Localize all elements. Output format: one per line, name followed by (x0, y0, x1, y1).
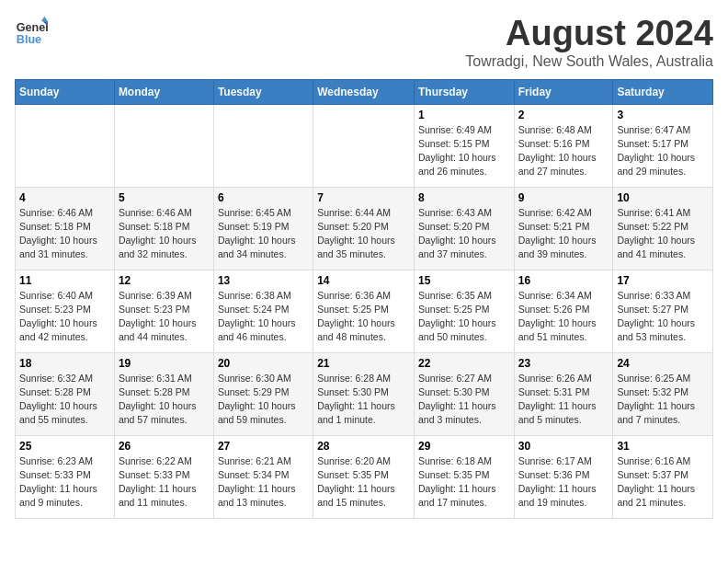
weekday-header-wednesday: Wednesday (313, 79, 415, 104)
day-info: Sunrise: 6:32 AMSunset: 5:28 PMDaylight:… (19, 372, 110, 428)
day-info: Sunrise: 6:38 AMSunset: 5:24 PMDaylight:… (218, 289, 309, 345)
day-info: Sunrise: 6:43 AMSunset: 5:20 PMDaylight:… (418, 206, 510, 262)
day-cell: 19Sunrise: 6:31 AMSunset: 5:28 PMDayligh… (114, 352, 213, 435)
month-year-title: August 2024 (465, 15, 713, 53)
day-cell: 13Sunrise: 6:38 AMSunset: 5:24 PMDayligh… (213, 270, 313, 352)
week-row-2: 4Sunrise: 6:46 AMSunset: 5:18 PMDaylight… (16, 187, 713, 270)
day-cell: 26Sunrise: 6:22 AMSunset: 5:33 PMDayligh… (114, 435, 213, 518)
day-cell: 14Sunrise: 6:36 AMSunset: 5:25 PMDayligh… (313, 270, 415, 352)
day-info: Sunrise: 6:46 AMSunset: 5:18 PMDaylight:… (119, 206, 210, 262)
weekday-header-saturday: Saturday (613, 79, 713, 104)
day-cell: 16Sunrise: 6:34 AMSunset: 5:26 PMDayligh… (514, 270, 613, 352)
day-number: 20 (218, 357, 309, 370)
weekday-header-tuesday: Tuesday (213, 79, 313, 104)
week-row-4: 18Sunrise: 6:32 AMSunset: 5:28 PMDayligh… (16, 352, 713, 435)
day-info: Sunrise: 6:49 AMSunset: 5:15 PMDaylight:… (418, 123, 510, 179)
day-cell (313, 104, 415, 187)
day-cell: 15Sunrise: 6:35 AMSunset: 5:25 PMDayligh… (414, 270, 514, 352)
day-info: Sunrise: 6:48 AMSunset: 5:16 PMDaylight:… (518, 123, 609, 179)
day-info: Sunrise: 6:22 AMSunset: 5:33 PMDaylight:… (119, 454, 210, 511)
day-cell: 4Sunrise: 6:46 AMSunset: 5:18 PMDaylight… (16, 187, 115, 270)
week-row-5: 25Sunrise: 6:23 AMSunset: 5:33 PMDayligh… (16, 435, 713, 518)
day-number: 22 (418, 357, 510, 370)
day-number: 15 (418, 274, 510, 287)
day-cell: 9Sunrise: 6:42 AMSunset: 5:21 PMDaylight… (514, 187, 613, 270)
day-cell: 30Sunrise: 6:17 AMSunset: 5:36 PMDayligh… (514, 435, 613, 518)
svg-marker-2 (41, 17, 48, 21)
day-info: Sunrise: 6:46 AMSunset: 5:18 PMDaylight:… (19, 206, 110, 262)
day-number: 26 (119, 440, 210, 453)
day-info: Sunrise: 6:18 AMSunset: 5:35 PMDaylight:… (418, 454, 510, 511)
day-cell: 18Sunrise: 6:32 AMSunset: 5:28 PMDayligh… (16, 352, 115, 435)
day-cell: 7Sunrise: 6:44 AMSunset: 5:20 PMDaylight… (313, 187, 415, 270)
day-cell: 17Sunrise: 6:33 AMSunset: 5:27 PMDayligh… (613, 270, 713, 352)
day-number: 3 (617, 109, 709, 121)
day-number: 25 (19, 440, 110, 453)
day-cell: 2Sunrise: 6:48 AMSunset: 5:16 PMDaylight… (514, 104, 613, 187)
day-info: Sunrise: 6:30 AMSunset: 5:29 PMDaylight:… (218, 372, 309, 428)
page-header: General Blue August 2024 Towradgi, New S… (15, 15, 713, 70)
day-info: Sunrise: 6:34 AMSunset: 5:26 PMDaylight:… (518, 289, 609, 345)
day-number: 4 (19, 191, 110, 204)
day-cell: 22Sunrise: 6:27 AMSunset: 5:30 PMDayligh… (414, 352, 514, 435)
day-number: 24 (617, 357, 709, 370)
day-cell: 23Sunrise: 6:26 AMSunset: 5:31 PMDayligh… (514, 352, 613, 435)
logo-icon: General Blue (15, 15, 48, 48)
day-number: 30 (518, 440, 609, 453)
day-cell: 8Sunrise: 6:43 AMSunset: 5:20 PMDaylight… (414, 187, 514, 270)
day-cell: 1Sunrise: 6:49 AMSunset: 5:15 PMDaylight… (414, 104, 514, 187)
day-number: 14 (317, 274, 410, 287)
weekday-header-monday: Monday (114, 79, 213, 104)
week-row-1: 1Sunrise: 6:49 AMSunset: 5:15 PMDaylight… (16, 104, 713, 187)
calendar-table: SundayMondayTuesdayWednesdayThursdayFrid… (15, 79, 713, 519)
day-number: 19 (119, 357, 210, 370)
day-cell (114, 104, 213, 187)
day-cell: 31Sunrise: 6:16 AMSunset: 5:37 PMDayligh… (613, 435, 713, 518)
day-number: 23 (518, 357, 609, 370)
day-info: Sunrise: 6:44 AMSunset: 5:20 PMDaylight:… (317, 206, 410, 262)
day-number: 17 (617, 274, 709, 287)
day-number: 7 (317, 191, 410, 204)
day-number: 13 (218, 274, 309, 287)
day-cell: 21Sunrise: 6:28 AMSunset: 5:30 PMDayligh… (313, 352, 415, 435)
day-info: Sunrise: 6:23 AMSunset: 5:33 PMDaylight:… (19, 454, 110, 511)
day-number: 9 (518, 191, 609, 204)
day-number: 16 (518, 274, 609, 287)
location-subtitle: Towradgi, New South Wales, Australia (465, 53, 713, 70)
day-info: Sunrise: 6:16 AMSunset: 5:37 PMDaylight:… (617, 454, 709, 511)
day-number: 31 (617, 440, 709, 453)
day-cell: 25Sunrise: 6:23 AMSunset: 5:33 PMDayligh… (16, 435, 115, 518)
day-info: Sunrise: 6:26 AMSunset: 5:31 PMDaylight:… (518, 372, 609, 428)
day-cell: 5Sunrise: 6:46 AMSunset: 5:18 PMDaylight… (114, 187, 213, 270)
day-cell: 24Sunrise: 6:25 AMSunset: 5:32 PMDayligh… (613, 352, 713, 435)
svg-text:Blue: Blue (17, 33, 41, 46)
day-number: 12 (119, 274, 210, 287)
day-number: 28 (317, 440, 410, 453)
day-cell (213, 104, 313, 187)
day-info: Sunrise: 6:27 AMSunset: 5:30 PMDaylight:… (418, 372, 510, 428)
day-info: Sunrise: 6:28 AMSunset: 5:30 PMDaylight:… (317, 372, 410, 428)
day-cell (16, 104, 115, 187)
day-number: 10 (617, 191, 709, 204)
day-info: Sunrise: 6:39 AMSunset: 5:23 PMDaylight:… (119, 289, 210, 345)
day-info: Sunrise: 6:31 AMSunset: 5:28 PMDaylight:… (119, 372, 210, 428)
weekday-header-friday: Friday (514, 79, 613, 104)
day-cell: 11Sunrise: 6:40 AMSunset: 5:23 PMDayligh… (16, 270, 115, 352)
day-cell: 6Sunrise: 6:45 AMSunset: 5:19 PMDaylight… (213, 187, 313, 270)
day-info: Sunrise: 6:36 AMSunset: 5:25 PMDaylight:… (317, 289, 410, 345)
day-number: 18 (19, 357, 110, 370)
day-number: 29 (418, 440, 510, 453)
day-cell: 29Sunrise: 6:18 AMSunset: 5:35 PMDayligh… (414, 435, 514, 518)
day-number: 8 (418, 191, 510, 204)
day-number: 27 (218, 440, 309, 453)
weekday-header-sunday: Sunday (16, 79, 115, 104)
day-info: Sunrise: 6:33 AMSunset: 5:27 PMDaylight:… (617, 289, 709, 345)
day-info: Sunrise: 6:35 AMSunset: 5:25 PMDaylight:… (418, 289, 510, 345)
day-info: Sunrise: 6:17 AMSunset: 5:36 PMDaylight:… (518, 454, 609, 511)
weekday-header-row: SundayMondayTuesdayWednesdayThursdayFrid… (16, 79, 713, 104)
day-info: Sunrise: 6:20 AMSunset: 5:35 PMDaylight:… (317, 454, 410, 511)
weekday-header-thursday: Thursday (414, 79, 514, 104)
logo: General Blue (15, 15, 48, 48)
day-cell: 27Sunrise: 6:21 AMSunset: 5:34 PMDayligh… (213, 435, 313, 518)
day-number: 1 (418, 109, 510, 121)
